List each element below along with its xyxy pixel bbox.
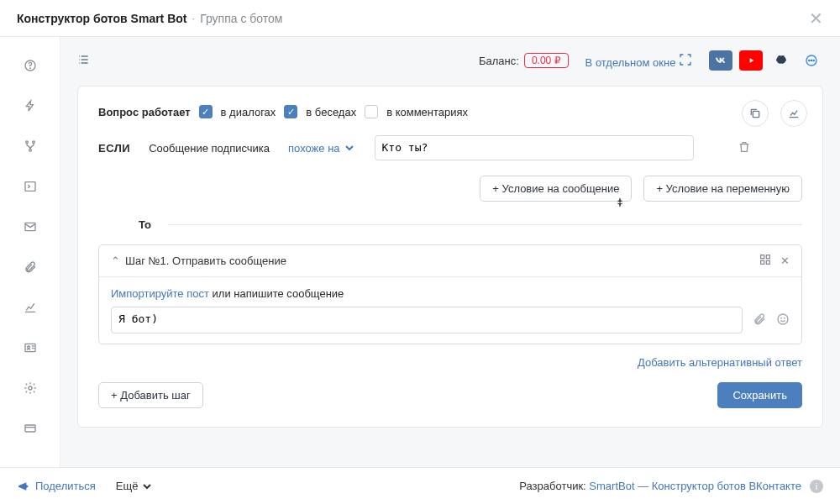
svg-point-20 (778, 314, 788, 324)
more-dropdown[interactable]: Ещё (116, 480, 155, 493)
bolt-icon[interactable] (22, 97, 39, 114)
brain-icon[interactable] (769, 50, 793, 71)
add-message-condition-button[interactable]: + Условие на сообщение (480, 176, 632, 202)
id-card-icon[interactable] (22, 339, 39, 356)
works-in-row: Вопрос работает в диалогах в беседах в к… (98, 105, 802, 118)
step-body: Импортируйте пост или напишите сообщение (99, 277, 801, 344)
svg-rect-17 (766, 255, 769, 259)
share-link[interactable]: Поделиться (17, 480, 96, 493)
then-label: То (139, 218, 151, 231)
similarity-dropdown[interactable]: похоже на (288, 141, 356, 155)
main-area: Баланс: 0.00 ₽ В отдельном окне Вопрос р… (60, 37, 840, 467)
reply-message-input[interactable] (111, 307, 743, 333)
svg-point-21 (781, 318, 782, 318)
add-step-button[interactable]: + Добавить шаг (98, 382, 203, 408)
step-grid-icon[interactable] (759, 253, 772, 269)
svg-rect-16 (761, 255, 764, 259)
step-hint: Импортируйте пост или напишите сообщение (111, 287, 790, 300)
balance-value[interactable]: 0.00 ₽ (524, 53, 569, 68)
works-label: Вопрос работает (98, 106, 191, 118)
step-1-panel: ⌃ Шаг №1. Отправить сообщение ✕ Импортир… (98, 244, 802, 344)
checkbox-chats[interactable] (284, 105, 297, 118)
fork-icon[interactable] (22, 138, 39, 155)
developer-label: Разработчик: SmartBot — Конструктор бото… (519, 480, 801, 492)
message-icon[interactable] (800, 50, 823, 71)
svg-point-13 (811, 60, 811, 60)
condition-message-input[interactable] (375, 135, 694, 160)
info-icon[interactable]: i (810, 480, 823, 493)
svg-point-12 (809, 60, 810, 60)
trash-icon[interactable] (738, 140, 751, 156)
question-editor-card: Вопрос работает в диалогах в беседах в к… (77, 86, 823, 428)
svg-rect-10 (25, 425, 35, 432)
add-condition-row: + Условие на сообщение + Условие на пере… (98, 176, 802, 202)
import-rest-text: или напишите сообщение (209, 287, 344, 300)
card-icon[interactable] (22, 420, 39, 437)
attach-icon[interactable] (753, 312, 766, 328)
checkbox-comments[interactable] (365, 105, 378, 118)
footer-bar: Поделиться Ещё Разработчик: SmartBot — К… (0, 467, 840, 504)
svg-point-9 (29, 386, 32, 390)
chevron-up-icon: ⌃ (111, 255, 120, 267)
copy-icon[interactable] (742, 100, 769, 127)
import-post-link[interactable]: Импортируйте пост (111, 287, 209, 300)
vk-icon[interactable] (709, 50, 732, 71)
app-title: Конструктор ботов Smart Bot (17, 12, 187, 25)
left-sidebar (0, 37, 60, 467)
if-condition-row: ЕСЛИ Сообщение подписчика похоже на (98, 135, 802, 160)
top-toolbar: Баланс: 0.00 ₽ В отдельном окне (77, 50, 823, 71)
svg-point-8 (27, 346, 29, 349)
then-divider: То (98, 218, 802, 231)
svg-rect-18 (761, 260, 764, 264)
terminal-icon[interactable] (22, 178, 39, 195)
emoji-icon[interactable] (776, 312, 790, 328)
attachment-icon[interactable] (22, 259, 39, 276)
youtube-icon[interactable] (739, 50, 763, 71)
step-title: Шаг №1. Отправить сообщение (125, 255, 286, 267)
open-new-window-link[interactable]: В отдельном окне (585, 53, 692, 69)
help-icon[interactable] (22, 57, 39, 74)
svg-point-2 (25, 141, 28, 144)
developer-link[interactable]: SmartBot — Конструктор ботов ВКонтакте (589, 480, 801, 492)
title-separator: · (192, 12, 196, 24)
stats-icon[interactable] (780, 100, 807, 127)
list-toggle-icon[interactable] (77, 53, 91, 69)
step-close-icon[interactable]: ✕ (780, 255, 790, 267)
window-header: Конструктор ботов Smart Bot · Группа с б… (0, 0, 840, 37)
subscriber-message-label: Сообщение подписчика (149, 142, 270, 155)
svg-point-4 (29, 149, 31, 151)
mail-icon[interactable] (22, 218, 39, 235)
checkbox-dialogs[interactable] (199, 105, 213, 118)
close-icon[interactable]: ✕ (809, 8, 823, 29)
svg-point-22 (785, 318, 785, 318)
add-alternative-answer-link[interactable]: Добавить альтернативный ответ (638, 356, 802, 369)
card-actions-row: + Добавить шаг Сохранить (98, 382, 802, 408)
step-header[interactable]: ⌃ Шаг №1. Отправить сообщение ✕ (99, 245, 801, 277)
svg-point-14 (813, 60, 814, 60)
checkbox-chats-label: в беседах (306, 106, 356, 118)
balance-label: Баланс: (479, 55, 519, 67)
alt-answer-row: Добавить альтернативный ответ (98, 356, 802, 369)
gear-icon[interactable] (22, 380, 39, 396)
add-variable-condition-button[interactable]: + Условие на переменную (643, 176, 802, 202)
svg-point-3 (32, 141, 34, 144)
checkbox-dialogs-label: в диалогах (221, 106, 276, 118)
svg-rect-15 (753, 111, 759, 117)
group-name: Группа с ботом (200, 12, 282, 25)
if-label: ЕСЛИ (98, 142, 130, 155)
save-button[interactable]: Сохранить (717, 382, 802, 408)
svg-rect-19 (766, 260, 769, 264)
svg-point-1 (29, 68, 30, 69)
checkbox-comments-label: в комментариях (386, 106, 468, 118)
chart-icon[interactable] (22, 299, 39, 316)
